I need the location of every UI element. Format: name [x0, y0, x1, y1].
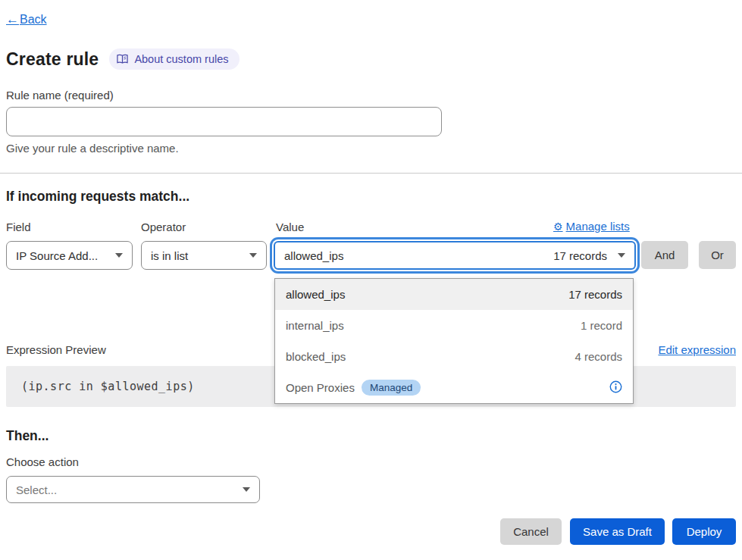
- about-custom-rules-link[interactable]: About custom rules: [109, 48, 239, 70]
- value-select-value: allowed_ips: [284, 249, 343, 262]
- match-section-heading: If incoming requests match...: [6, 189, 189, 205]
- list-option-name: internal_ips: [286, 319, 344, 332]
- manage-lists-label: Manage lists: [566, 220, 630, 233]
- list-option-name: Open Proxies: [286, 381, 355, 394]
- value-select[interactable]: allowed_ips 17 records: [274, 241, 636, 270]
- back-link[interactable]: ←Back: [6, 12, 47, 27]
- choose-action-label: Choose action: [6, 455, 79, 468]
- list-option-records: 1 record: [581, 319, 622, 332]
- rule-name-helper: Give your rule a descriptive name.: [6, 142, 179, 155]
- value-label: Value: [276, 221, 304, 233]
- field-select-value: IP Source Add...: [16, 249, 98, 262]
- list-option-allowed-ips[interactable]: allowed_ips 17 records: [275, 279, 633, 310]
- rule-name-input[interactable]: [6, 107, 442, 136]
- chevron-down-icon: [243, 487, 250, 492]
- save-as-draft-button[interactable]: Save as Draft: [570, 518, 665, 545]
- list-dropdown-menu: allowed_ips 17 records internal_ips 1 re…: [274, 278, 634, 404]
- expression-code: (ip.src in $allowed_ips): [21, 380, 195, 393]
- operator-select-value: is in list: [151, 249, 188, 262]
- manage-lists-link[interactable]: ⚙Manage lists: [553, 220, 637, 233]
- expression-preview-label: Expression Preview: [6, 343, 106, 356]
- deploy-button[interactable]: Deploy: [672, 518, 736, 545]
- left-arrow-icon: ←: [6, 12, 19, 27]
- cancel-button[interactable]: Cancel: [500, 518, 562, 545]
- list-option-records: 17 records: [568, 288, 622, 301]
- chevron-down-icon: [249, 253, 257, 258]
- about-badge-label: About custom rules: [134, 53, 228, 65]
- chevron-down-icon: [618, 253, 625, 258]
- gear-icon: ⚙: [553, 221, 563, 233]
- managed-badge: Managed: [362, 380, 421, 396]
- operator-select[interactable]: is in list: [141, 241, 267, 270]
- list-option-name: allowed_ips: [286, 288, 345, 301]
- then-section-heading: Then...: [6, 428, 49, 444]
- chevron-down-icon: [115, 253, 123, 258]
- list-option-name: blocked_ips: [286, 350, 346, 363]
- or-button[interactable]: Or: [699, 241, 736, 269]
- list-option-open-proxies[interactable]: Open Proxies Managed: [275, 372, 633, 403]
- list-option-records: 4 records: [575, 350, 622, 363]
- section-divider: [0, 173, 742, 174]
- create-rule-page: ←Back Create rule About custom rules Rul…: [0, 0, 742, 560]
- edit-expression-link[interactable]: Edit expression: [658, 343, 736, 356]
- book-icon: [117, 54, 128, 64]
- and-button[interactable]: And: [641, 241, 688, 269]
- field-label: Field: [6, 221, 31, 233]
- rule-name-label: Rule name (required): [6, 89, 114, 102]
- action-select[interactable]: Select...: [6, 476, 260, 503]
- value-select-records: 17 records: [553, 249, 607, 262]
- operator-label: Operator: [141, 221, 186, 233]
- list-option-blocked-ips[interactable]: blocked_ips 4 records: [275, 341, 633, 372]
- back-label: Back: [20, 13, 47, 27]
- title-row: Create rule About custom rules: [6, 48, 240, 70]
- list-option-internal-ips[interactable]: internal_ips 1 record: [275, 310, 633, 341]
- action-select-placeholder: Select...: [16, 483, 57, 496]
- page-title: Create rule: [6, 49, 99, 70]
- field-select[interactable]: IP Source Add...: [6, 241, 133, 270]
- info-icon[interactable]: [609, 380, 622, 396]
